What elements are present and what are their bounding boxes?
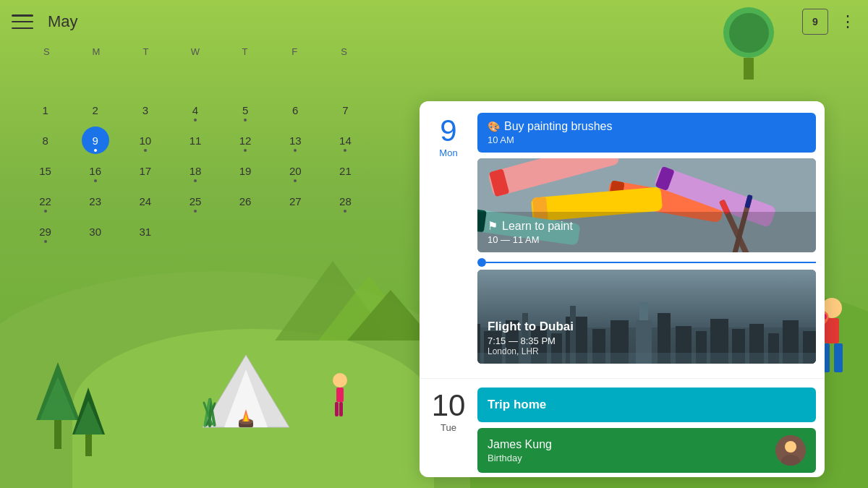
- day-10-label: 10 Tue: [420, 388, 477, 477]
- dubai-time: 7:15 — 8:35 PM: [488, 335, 806, 346]
- dubai-title: Flight to Dubai: [488, 320, 806, 334]
- cal-day-empty: [32, 66, 59, 93]
- cal-day-4[interactable]: 4: [182, 96, 209, 124]
- time-dot: [477, 258, 486, 267]
- cal-day-24[interactable]: 24: [132, 187, 159, 215]
- paint-icon: 🎨: [488, 121, 500, 132]
- cal-day-empty: [281, 218, 309, 245]
- learn-paint-overlay: ⚑ Learn to paint 10 — 11 AM: [477, 212, 816, 252]
- day-9-section: 9 Mon 🎨 Buy painting brushes 10 AM: [420, 101, 825, 378]
- event-james-kung[interactable]: James Kung Birthday: [477, 428, 816, 473]
- cal-day-17[interactable]: 17: [132, 157, 159, 184]
- cal-day-6[interactable]: 6: [281, 96, 309, 124]
- day-10-section: 10 Tue Trip home James Kung Birthday: [420, 378, 825, 477]
- cal-day-13[interactable]: 13: [281, 127, 309, 154]
- cal-day-5[interactable]: 5: [231, 96, 259, 124]
- camping-scene: [116, 312, 376, 445]
- cal-day-28[interactable]: 28: [331, 187, 359, 215]
- day-9-events: 🎨 Buy painting brushes 10 AM: [477, 113, 825, 378]
- dubai-overlay: Flight to Dubai 7:15 — 8:35 PM London, L…: [477, 312, 816, 364]
- day-9-num: 9: [420, 116, 477, 146]
- svg-rect-25: [54, 420, 61, 449]
- cal-header-f: F: [270, 43, 320, 60]
- more-menu-button[interactable]: ⋮: [840, 12, 856, 31]
- cal-header-m: M: [72, 43, 122, 60]
- james-kung-info: James Kung Birthday: [488, 438, 552, 463]
- cal-day-empty: [231, 66, 259, 93]
- cal-day-12[interactable]: 12: [231, 127, 259, 154]
- svg-point-79: [785, 441, 796, 453]
- cal-day-16[interactable]: 16: [82, 157, 109, 184]
- cal-day-31[interactable]: 31: [132, 218, 159, 245]
- cal-header-t2: T: [220, 43, 270, 60]
- day-9-name: Mon: [420, 147, 477, 158]
- james-kung-name: James Kung: [488, 438, 552, 451]
- learn-paint-time: 10 — 11 AM: [488, 234, 806, 245]
- event-buy-brushes-title: 🎨 Buy painting brushes: [488, 120, 806, 133]
- cal-day-19[interactable]: 19: [231, 157, 259, 184]
- events-panel: 9 Mon 🎨 Buy painting brushes 10 AM: [420, 101, 825, 477]
- cal-header-w: W: [171, 43, 221, 60]
- dubai-location: London, LHR: [488, 346, 806, 356]
- calendar-header: S M T W T F S: [22, 43, 369, 60]
- james-kung-avatar: [775, 435, 806, 466]
- cal-header-s1: S: [22, 43, 72, 60]
- day-9-label: 9 Mon: [420, 113, 477, 378]
- cal-day-empty: [331, 218, 359, 245]
- cal-day-23[interactable]: 23: [82, 187, 109, 215]
- day-10-name: Tue: [420, 422, 477, 433]
- cal-day-8[interactable]: 8: [32, 127, 59, 154]
- cal-day-empty: [132, 66, 159, 93]
- event-flight-dubai[interactable]: Flight to Dubai 7:15 — 8:35 PM London, L…: [477, 270, 816, 364]
- svg-rect-10: [336, 388, 344, 402]
- cal-day-14[interactable]: 14: [331, 127, 359, 154]
- grass1: [188, 391, 231, 430]
- cal-day-empty: [82, 66, 109, 93]
- cal-day-empty: [231, 218, 259, 245]
- event-trip-home[interactable]: Trip home: [477, 388, 816, 422]
- today-badge[interactable]: 9: [802, 9, 828, 35]
- tree-left2: [72, 388, 105, 459]
- event-learn-paint[interactable]: ⚑ Learn to paint 10 — 11 AM: [477, 158, 816, 252]
- svg-rect-16: [825, 318, 839, 343]
- header-title: May: [48, 12, 78, 31]
- header-actions: 9 ⋮: [802, 9, 856, 35]
- event-buy-brushes[interactable]: 🎨 Buy painting brushes 10 AM: [477, 113, 816, 153]
- cal-day-11[interactable]: 11: [182, 127, 209, 154]
- james-kung-sub: Birthday: [488, 453, 552, 463]
- mini-calendar: S M T W T F S 12345678910111213141516171…: [22, 43, 369, 245]
- cal-day-empty: [182, 66, 209, 93]
- day-10-num: 10: [420, 390, 477, 421]
- day-10-events: Trip home James Kung Birthday: [477, 388, 825, 477]
- current-time-indicator: [477, 258, 816, 267]
- cal-day-7[interactable]: 7: [331, 96, 359, 124]
- cal-day-3[interactable]: 3: [132, 96, 159, 124]
- svg-point-9: [333, 373, 347, 388]
- cal-day-15[interactable]: 15: [32, 157, 59, 184]
- cal-day-22[interactable]: 22: [32, 187, 59, 215]
- svg-rect-18: [834, 343, 843, 372]
- event-buy-brushes-time: 10 AM: [488, 134, 806, 145]
- cal-day-30[interactable]: 30: [82, 218, 109, 245]
- hamburger-menu[interactable]: [12, 14, 33, 29]
- cal-day-9[interactable]: 9: [82, 127, 109, 154]
- svg-rect-28: [85, 435, 92, 456]
- cal-day-20[interactable]: 20: [281, 157, 309, 184]
- cal-day-25[interactable]: 25: [182, 187, 209, 215]
- svg-rect-11: [335, 402, 339, 416]
- cal-day-empty: [281, 66, 309, 93]
- cal-day-2[interactable]: 2: [82, 96, 109, 124]
- cal-day-27[interactable]: 27: [281, 187, 309, 215]
- cal-day-10[interactable]: 10: [132, 127, 159, 154]
- cal-day-empty: [331, 66, 359, 93]
- cal-day-18[interactable]: 18: [182, 157, 209, 184]
- cal-day-21[interactable]: 21: [331, 157, 359, 184]
- cal-day-1[interactable]: 1: [32, 96, 59, 124]
- svg-rect-12: [339, 402, 343, 416]
- cal-day-empty: [182, 218, 209, 245]
- learn-paint-title: ⚑ Learn to paint: [488, 219, 806, 233]
- cal-header-s2: S: [319, 43, 369, 60]
- trip-home-title: Trip home: [488, 398, 806, 412]
- cal-day-26[interactable]: 26: [231, 187, 259, 215]
- cal-day-29[interactable]: 29: [32, 218, 59, 245]
